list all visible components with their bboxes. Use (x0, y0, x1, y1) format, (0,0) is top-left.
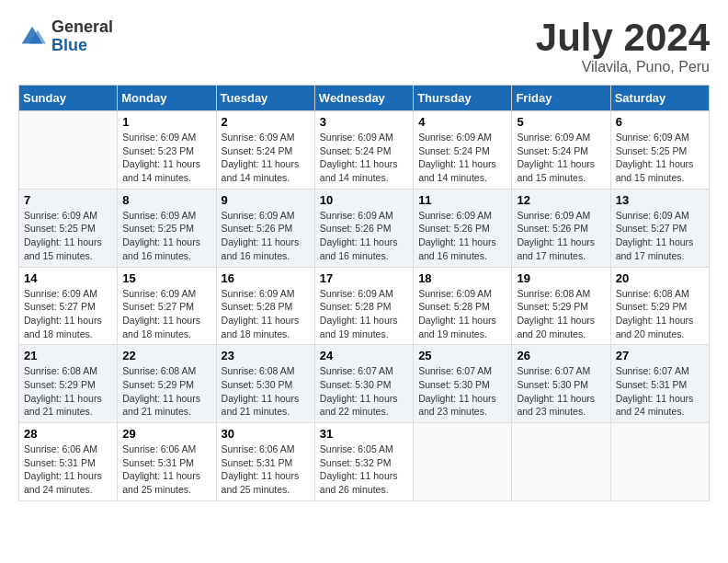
day-number: 6 (616, 115, 704, 129)
day-number: 11 (418, 193, 506, 207)
calendar-cell: 27Sunrise: 6:07 AM Sunset: 5:31 PM Dayli… (610, 345, 709, 423)
day-number: 16 (222, 271, 310, 285)
calendar-cell: 13Sunrise: 6:09 AM Sunset: 5:27 PM Dayli… (610, 189, 709, 267)
calendar-cell: 2Sunrise: 6:09 AM Sunset: 5:24 PM Daylig… (216, 111, 314, 190)
day-info: Sunrise: 6:09 AM Sunset: 5:25 PM Dayligh… (616, 131, 704, 185)
day-info: Sunrise: 6:09 AM Sunset: 5:28 PM Dayligh… (320, 287, 408, 341)
day-info: Sunrise: 6:09 AM Sunset: 5:25 PM Dayligh… (122, 209, 210, 263)
calendar-cell: 10Sunrise: 6:09 AM Sunset: 5:26 PM Dayli… (314, 189, 413, 267)
day-number: 17 (320, 271, 408, 285)
day-number: 30 (222, 427, 310, 441)
calendar-week-2: 7Sunrise: 6:09 AM Sunset: 5:25 PM Daylig… (19, 189, 710, 267)
day-number: 5 (517, 115, 605, 129)
day-number: 7 (24, 193, 112, 207)
header-day-monday: Monday (118, 86, 216, 111)
day-number: 31 (320, 427, 408, 441)
calendar-cell: 19Sunrise: 6:08 AM Sunset: 5:29 PM Dayli… (512, 267, 610, 345)
logo: General Blue (18, 18, 113, 55)
calendar-week-5: 28Sunrise: 6:06 AM Sunset: 5:31 PM Dayli… (19, 423, 710, 501)
calendar-table: SundayMondayTuesdayWednesdayThursdayFrid… (18, 85, 710, 501)
logo-blue-label: Blue (51, 37, 113, 55)
calendar-cell: 4Sunrise: 6:09 AM Sunset: 5:24 PM Daylig… (414, 111, 512, 190)
header-day-wednesday: Wednesday (314, 86, 413, 111)
day-info: Sunrise: 6:09 AM Sunset: 5:23 PM Dayligh… (122, 131, 210, 185)
calendar-cell: 9Sunrise: 6:09 AM Sunset: 5:26 PM Daylig… (216, 189, 314, 267)
day-info: Sunrise: 6:09 AM Sunset: 5:26 PM Dayligh… (418, 209, 506, 263)
calendar-cell: 31Sunrise: 6:05 AM Sunset: 5:32 PM Dayli… (314, 423, 413, 501)
day-number: 23 (222, 349, 310, 362)
day-info: Sunrise: 6:05 AM Sunset: 5:32 PM Dayligh… (320, 442, 408, 497)
calendar-cell: 12Sunrise: 6:09 AM Sunset: 5:26 PM Dayli… (512, 189, 610, 267)
calendar-cell: 25Sunrise: 6:07 AM Sunset: 5:30 PM Dayli… (414, 345, 512, 423)
day-info: Sunrise: 6:08 AM Sunset: 5:29 PM Dayligh… (24, 364, 112, 419)
calendar-cell: 17Sunrise: 6:09 AM Sunset: 5:28 PM Dayli… (314, 267, 413, 345)
calendar-location: Vilavila, Puno, Peru (536, 59, 710, 75)
day-number: 21 (24, 349, 112, 362)
calendar-header: SundayMondayTuesdayWednesdayThursdayFrid… (19, 86, 710, 111)
calendar-cell: 23Sunrise: 6:08 AM Sunset: 5:30 PM Dayli… (216, 345, 314, 423)
day-number: 19 (517, 271, 605, 285)
calendar-cell: 5Sunrise: 6:09 AM Sunset: 5:24 PM Daylig… (512, 111, 610, 190)
day-info: Sunrise: 6:09 AM Sunset: 5:28 PM Dayligh… (418, 287, 506, 341)
day-info: Sunrise: 6:09 AM Sunset: 5:24 PM Dayligh… (418, 131, 506, 185)
day-info: Sunrise: 6:09 AM Sunset: 5:26 PM Dayligh… (320, 209, 408, 263)
day-number: 13 (616, 193, 704, 207)
day-number: 27 (616, 349, 704, 362)
day-info: Sunrise: 6:09 AM Sunset: 5:26 PM Dayligh… (222, 209, 310, 263)
logo-text: General Blue (51, 18, 113, 55)
calendar-week-1: 1Sunrise: 6:09 AM Sunset: 5:23 PM Daylig… (19, 111, 710, 190)
logo-icon (18, 23, 46, 51)
calendar-cell: 21Sunrise: 6:08 AM Sunset: 5:29 PM Dayli… (19, 345, 118, 423)
day-info: Sunrise: 6:09 AM Sunset: 5:24 PM Dayligh… (517, 131, 605, 185)
day-info: Sunrise: 6:06 AM Sunset: 5:31 PM Dayligh… (222, 442, 310, 497)
day-number: 28 (24, 427, 112, 441)
day-info: Sunrise: 6:09 AM Sunset: 5:24 PM Dayligh… (222, 131, 310, 185)
logo-general-label: General (51, 18, 113, 37)
header-row: SundayMondayTuesdayWednesdayThursdayFrid… (19, 86, 710, 111)
calendar-cell: 29Sunrise: 6:06 AM Sunset: 5:31 PM Dayli… (118, 423, 216, 501)
day-info: Sunrise: 6:08 AM Sunset: 5:29 PM Dayligh… (122, 364, 210, 419)
calendar-cell: 20Sunrise: 6:08 AM Sunset: 5:29 PM Dayli… (610, 267, 709, 345)
day-number: 15 (122, 271, 210, 285)
day-info: Sunrise: 6:06 AM Sunset: 5:31 PM Dayligh… (122, 442, 210, 497)
day-info: Sunrise: 6:09 AM Sunset: 5:28 PM Dayligh… (222, 287, 310, 341)
header-day-friday: Friday (512, 86, 610, 111)
day-info: Sunrise: 6:09 AM Sunset: 5:27 PM Dayligh… (122, 287, 210, 341)
calendar-cell: 7Sunrise: 6:09 AM Sunset: 5:25 PM Daylig… (19, 189, 118, 267)
day-number: 22 (122, 349, 210, 362)
day-number: 2 (222, 115, 310, 129)
day-info: Sunrise: 6:08 AM Sunset: 5:29 PM Dayligh… (616, 287, 704, 341)
page-header: General Blue July 2024 Vilavila, Puno, P… (18, 18, 710, 75)
header-day-thursday: Thursday (414, 86, 512, 111)
day-info: Sunrise: 6:09 AM Sunset: 5:25 PM Dayligh… (24, 209, 112, 263)
day-info: Sunrise: 6:09 AM Sunset: 5:24 PM Dayligh… (320, 131, 408, 185)
calendar-cell: 1Sunrise: 6:09 AM Sunset: 5:23 PM Daylig… (118, 111, 216, 190)
calendar-cell: 26Sunrise: 6:07 AM Sunset: 5:30 PM Dayli… (512, 345, 610, 423)
header-day-sunday: Sunday (19, 86, 118, 111)
day-info: Sunrise: 6:09 AM Sunset: 5:27 PM Dayligh… (24, 287, 112, 341)
calendar-cell (512, 423, 610, 501)
day-number: 9 (222, 193, 310, 207)
calendar-cell: 16Sunrise: 6:09 AM Sunset: 5:28 PM Dayli… (216, 267, 314, 345)
day-number: 29 (122, 427, 210, 441)
calendar-cell: 3Sunrise: 6:09 AM Sunset: 5:24 PM Daylig… (314, 111, 413, 190)
calendar-cell: 8Sunrise: 6:09 AM Sunset: 5:25 PM Daylig… (118, 189, 216, 267)
calendar-cell: 24Sunrise: 6:07 AM Sunset: 5:30 PM Dayli… (314, 345, 413, 423)
calendar-cell (610, 423, 709, 501)
calendar-cell: 28Sunrise: 6:06 AM Sunset: 5:31 PM Dayli… (19, 423, 118, 501)
day-number: 20 (616, 271, 704, 285)
calendar-week-4: 21Sunrise: 6:08 AM Sunset: 5:29 PM Dayli… (19, 345, 710, 423)
day-info: Sunrise: 6:07 AM Sunset: 5:30 PM Dayligh… (418, 364, 506, 419)
calendar-cell (19, 111, 118, 190)
day-info: Sunrise: 6:09 AM Sunset: 5:26 PM Dayligh… (517, 209, 605, 263)
day-number: 18 (418, 271, 506, 285)
day-number: 8 (122, 193, 210, 207)
calendar-title: July 2024 (536, 18, 710, 57)
day-number: 4 (418, 115, 506, 129)
calendar-cell: 30Sunrise: 6:06 AM Sunset: 5:31 PM Dayli… (216, 423, 314, 501)
day-number: 12 (517, 193, 605, 207)
day-info: Sunrise: 6:07 AM Sunset: 5:31 PM Dayligh… (616, 364, 704, 419)
day-info: Sunrise: 6:07 AM Sunset: 5:30 PM Dayligh… (517, 364, 605, 419)
calendar-cell (414, 423, 512, 501)
calendar-week-3: 14Sunrise: 6:09 AM Sunset: 5:27 PM Dayli… (19, 267, 710, 345)
